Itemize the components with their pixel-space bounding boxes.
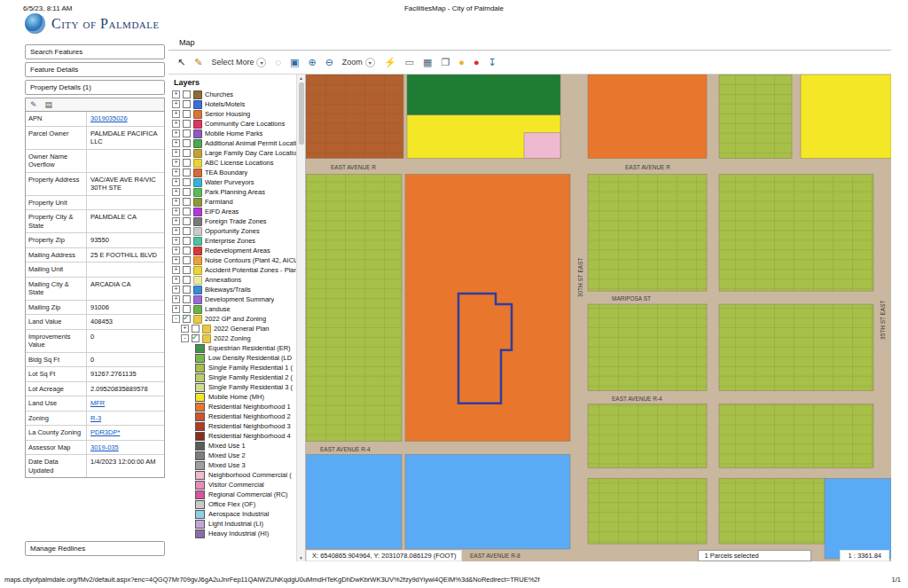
layer-checkbox[interactable] <box>183 286 191 294</box>
expander-icon[interactable]: + <box>172 139 180 147</box>
layer-checkbox[interactable] <box>183 276 191 284</box>
expander-icon[interactable]: + <box>172 237 180 245</box>
expander-icon[interactable]: + <box>172 120 180 128</box>
expander-icon[interactable]: + <box>172 110 180 118</box>
zoom-dropdown[interactable]: Zoom ▾ <box>342 58 375 67</box>
expander-icon[interactable]: - <box>172 315 180 323</box>
layer-item[interactable]: + Bikeways/Trails <box>168 285 296 294</box>
expander-icon[interactable]: + <box>172 149 180 157</box>
layer-checkbox[interactable] <box>183 169 191 176</box>
google-maps-icon[interactable]: ● <box>474 58 480 67</box>
scroll-up-icon[interactable]: ▲ <box>299 75 303 81</box>
layer-item[interactable]: - 2022 GP and Zoning <box>168 314 296 324</box>
layer-checkbox[interactable] <box>192 325 200 333</box>
layer-checkbox[interactable] <box>183 129 191 137</box>
layer-item[interactable]: + Noise Contours (Plant 42, AICUZ <box>168 255 296 265</box>
field-value[interactable]: PDR3DP* <box>87 426 164 440</box>
expander-icon[interactable]: + <box>172 178 180 186</box>
expander-icon[interactable]: + <box>172 256 180 264</box>
layer-checkbox[interactable] <box>183 90 191 98</box>
layer-item[interactable]: + Hotels/Motels <box>168 99 296 109</box>
layer-item[interactable]: + Additional Animal Permit Location <box>168 138 296 148</box>
layer-checkbox[interactable] <box>183 110 191 118</box>
layer-checkbox[interactable] <box>183 139 191 147</box>
layer-item[interactable]: + Churches <box>168 90 296 99</box>
scrollbar-thumb[interactable] <box>299 82 304 145</box>
layer-checkbox[interactable] <box>183 295 191 303</box>
layer-checkbox[interactable] <box>183 208 191 216</box>
field-value[interactable]: MFR <box>87 396 164 411</box>
layer-checkbox[interactable] <box>183 149 191 157</box>
layer-checkbox[interactable] <box>183 266 191 274</box>
attribute-table-icon[interactable]: ▦ <box>423 58 432 67</box>
expander-icon[interactable]: + <box>172 295 180 303</box>
layer-checkbox[interactable] <box>183 256 191 264</box>
layer-item[interactable]: + Opportunity Zones <box>168 226 296 236</box>
scale-bar-icon[interactable]: ▭ <box>405 58 414 67</box>
layer-checkbox[interactable] <box>183 217 191 225</box>
section-search-features[interactable]: Search Features <box>25 44 165 59</box>
select-more-dropdown[interactable]: Select More ▾ <box>211 58 266 67</box>
layer-item[interactable]: + Large Family Day Care Location <box>168 148 296 158</box>
expander-icon[interactable]: + <box>172 286 180 294</box>
field-value[interactable]: 3019-035 <box>87 441 164 455</box>
layer-item[interactable]: + Development Summary <box>168 294 296 304</box>
field-value[interactable]: 3019035026 <box>87 112 164 126</box>
expander-icon[interactable]: + <box>172 159 180 167</box>
expander-icon[interactable]: + <box>172 217 180 225</box>
zoom-in-icon[interactable]: ⊕ <box>308 58 316 67</box>
layer-item[interactable]: + Enterprise Zones <box>168 236 296 246</box>
select-tool-icon[interactable]: ↖ <box>177 58 185 67</box>
print-icon[interactable]: ❐ <box>441 58 450 67</box>
layer-checkbox[interactable] <box>183 247 191 255</box>
layer-checkbox[interactable] <box>183 120 191 128</box>
expander-icon[interactable]: + <box>172 266 180 274</box>
expander-icon[interactable]: + <box>172 129 180 137</box>
layer-item[interactable]: + Park Planning Areas <box>168 187 296 197</box>
expander-icon[interactable]: + <box>172 169 180 176</box>
measure-icon[interactable]: ⚡ <box>384 58 396 67</box>
field-value[interactable]: R-3 <box>87 412 164 426</box>
draw-tool-icon[interactable]: ✎ <box>194 58 202 67</box>
section-property-details[interactable]: Property Details (1) <box>25 80 165 95</box>
report-icon[interactable]: ▤ <box>45 100 53 109</box>
layer-item[interactable]: - 2022 Zoning <box>177 333 296 343</box>
scroll-down-icon[interactable]: ▼ <box>299 555 303 561</box>
expander-icon[interactable]: - <box>181 334 189 342</box>
layer-item[interactable]: + Accident Potential Zones - Plant <box>168 265 296 275</box>
map-image[interactable]: EAST AVENUE R EAST AVENUE R 30TH ST EAST… <box>306 74 891 561</box>
download-icon[interactable]: ↧ <box>489 58 497 67</box>
layer-item[interactable]: + Farmland <box>168 197 296 207</box>
layer-item[interactable]: + EIFD Areas <box>168 207 296 216</box>
tab-map[interactable]: Map <box>179 38 195 47</box>
layer-item[interactable]: + Landuse <box>168 304 296 314</box>
layer-item[interactable]: + Community Care Locations <box>168 119 296 129</box>
expander-icon[interactable]: + <box>172 188 180 196</box>
layer-checkbox[interactable] <box>183 198 191 206</box>
clear-selection-icon[interactable]: ◌ <box>275 58 281 67</box>
layer-checkbox[interactable] <box>183 188 191 196</box>
layer-checkbox[interactable] <box>183 227 191 235</box>
edit-icon[interactable]: ✎ <box>30 100 37 109</box>
layer-item[interactable]: + Water Purveyors <box>168 177 296 187</box>
layer-checkbox[interactable] <box>192 334 200 342</box>
expander-icon[interactable]: + <box>172 100 180 108</box>
zoom-out-icon[interactable]: ⊖ <box>325 58 333 67</box>
layer-item[interactable]: + Foreign Trade Zones <box>168 216 296 226</box>
layer-checkbox[interactable] <box>183 315 191 323</box>
section-feature-details[interactable]: Feature Details <box>25 62 165 77</box>
manage-redlines-button[interactable]: Manage Redlines <box>25 541 165 556</box>
layer-checkbox[interactable] <box>183 178 191 186</box>
layer-checkbox[interactable] <box>183 159 191 167</box>
expander-icon[interactable]: + <box>172 90 180 98</box>
layer-item[interactable]: + TEA Boundary <box>168 168 296 177</box>
layer-checkbox[interactable] <box>183 237 191 245</box>
layer-item[interactable]: + 2022 General Plan <box>177 324 296 333</box>
expander-icon[interactable]: + <box>172 208 180 216</box>
layer-item[interactable]: + Redevelopment Areas <box>168 246 296 255</box>
layer-checkbox[interactable] <box>183 305 191 313</box>
layer-item[interactable]: + ABC License Locations <box>168 158 296 168</box>
expander-icon[interactable]: + <box>181 325 189 333</box>
bing-maps-icon[interactable]: ● <box>458 58 465 67</box>
layer-item[interactable]: + Mobile Home Parks <box>168 129 296 138</box>
